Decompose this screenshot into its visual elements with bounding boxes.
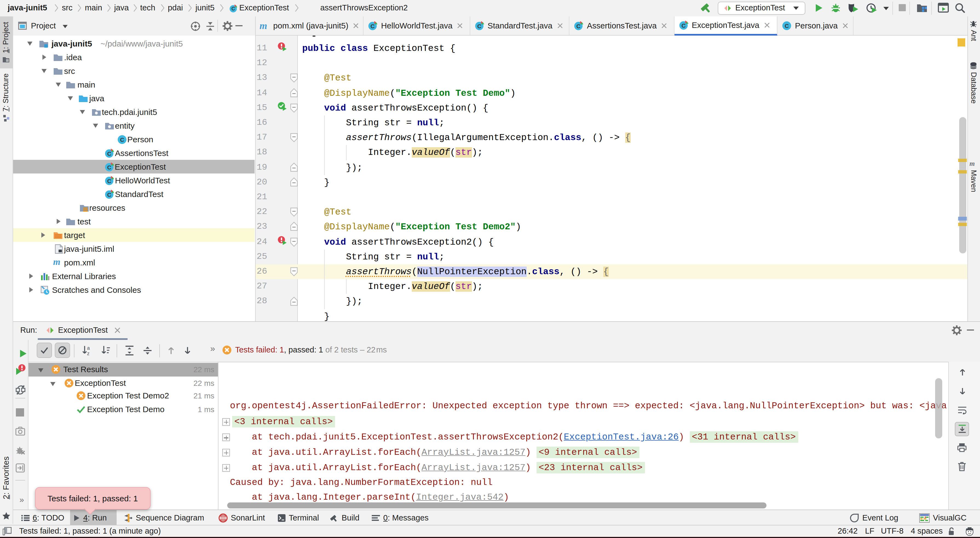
svg-text:C: C (477, 23, 481, 29)
svg-text:a: a (87, 345, 89, 351)
svg-text:C: C (107, 164, 111, 170)
svg-text:m: m (969, 160, 975, 167)
svg-text:C: C (371, 23, 374, 29)
svg-text:C: C (231, 6, 235, 11)
svg-text:m: m (259, 21, 267, 30)
svg-text:z: z (87, 351, 89, 355)
svg-text:C: C (107, 150, 111, 157)
svg-text:C: C (576, 23, 580, 29)
svg-text:C: C (681, 22, 685, 29)
svg-text:C: C (784, 23, 789, 29)
svg-text:C: C (119, 136, 124, 143)
svg-text:m: m (53, 258, 60, 266)
svg-text:C: C (107, 178, 111, 184)
svg-text:C: C (107, 191, 111, 198)
